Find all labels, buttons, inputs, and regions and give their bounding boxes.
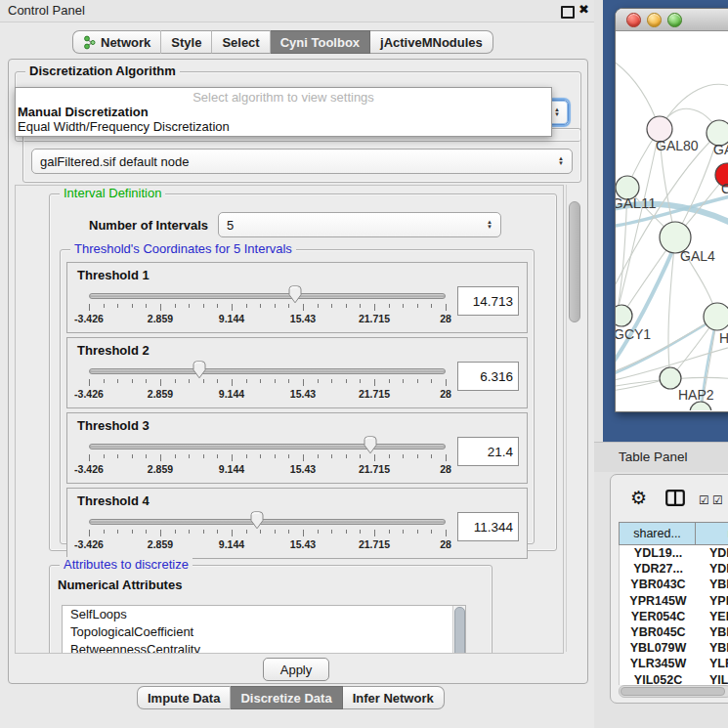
tick-label: 15.43 xyxy=(290,463,316,475)
network-node[interactable] xyxy=(704,303,728,330)
algorithm-option-equal-width-frequency-discretization[interactable]: Equal Width/Frequency Discretization xyxy=(16,119,551,134)
tab-cyni-toolbox[interactable]: Cyni Toolbox xyxy=(271,30,370,54)
tick-mark xyxy=(417,379,418,383)
table-row[interactable]: YBL079WYBL0 xyxy=(620,640,728,656)
group-title: Interval Definition xyxy=(60,186,165,200)
tick-label: 15.43 xyxy=(290,313,316,324)
top-tab-bar: NetworkStyleSelectCyni ToolboxjActiveMNo… xyxy=(72,30,493,54)
threshold-value-field[interactable]: 11.344 xyxy=(457,512,519,541)
column-header-shared-name[interactable]: shared... xyxy=(620,523,696,544)
tab-style[interactable]: Style xyxy=(161,30,212,54)
cell-shared-name: YDR27... xyxy=(620,562,697,576)
tick-mark xyxy=(217,454,218,458)
close-icon[interactable]: ✖ xyxy=(578,2,589,17)
tick-mark xyxy=(117,379,118,383)
threshold-body: -3.4262.8599.14415.4321.7152821.4 xyxy=(75,434,519,477)
threshold-value-field[interactable]: 6.316 xyxy=(457,362,519,391)
attribute-item-topologicalcoefficient[interactable]: TopologicalCoefficient xyxy=(63,623,465,641)
tab-jactivemnodules[interactable]: jActiveMNodules xyxy=(370,30,493,54)
minimize-light-icon[interactable] xyxy=(647,13,662,27)
network-node[interactable] xyxy=(690,402,711,410)
window-title: Control Panel xyxy=(8,0,85,21)
column-header-name[interactable]: na xyxy=(696,523,728,544)
threshold-slider[interactable]: -3.4262.8599.14415.4321.71528 xyxy=(89,283,446,326)
checkbox-checked-icon[interactable]: ☑ xyxy=(699,493,709,507)
tick-label: 2.859 xyxy=(148,538,173,550)
tick-mark xyxy=(89,530,90,536)
table-body[interactable]: YDL19...YDL1YDR27...YDR2YBR043CYBR0YPR14… xyxy=(619,545,728,685)
threshold-value-field[interactable]: 14.713 xyxy=(457,286,519,316)
tick-label: -3.426 xyxy=(74,463,104,475)
tick-mark xyxy=(175,304,176,308)
combo-stepper-icon: ▲▼ xyxy=(552,156,564,166)
network-view-window: GAL80GACGAL11GAL4GCY1HHAP2 xyxy=(615,8,728,412)
tab-impute-data[interactable]: Impute Data xyxy=(137,686,231,709)
tick-mark xyxy=(246,379,247,383)
table-row[interactable]: YER054CYER0 xyxy=(620,609,728,624)
tick-mark xyxy=(446,304,447,311)
slider-thumb[interactable] xyxy=(287,285,303,304)
tick-mark xyxy=(431,530,432,534)
attribute-item-selfloops[interactable]: SelfLoops xyxy=(63,606,465,623)
network-icon xyxy=(83,35,96,50)
tick-label: 15.43 xyxy=(290,388,316,400)
threshold-slider[interactable]: -3.4262.8599.14415.4321.71528 xyxy=(89,509,446,552)
threshold-label: Threshold 3 xyxy=(77,418,519,433)
tick-mark xyxy=(288,304,289,308)
zoom-light-icon[interactable] xyxy=(667,13,682,27)
tick-mark xyxy=(117,530,118,534)
table-header-row: shared... na xyxy=(619,522,728,545)
numerical-attributes-list[interactable]: SelfLoopsTopologicalCoefficientBetweenne… xyxy=(62,605,466,654)
apply-button[interactable]: Apply xyxy=(263,658,329,681)
combo-value: 5 xyxy=(227,218,234,233)
number-of-intervals-label: Number of Intervals xyxy=(89,218,208,233)
threshold-slider[interactable]: -3.4262.8599.14415.4321.71528 xyxy=(89,359,446,402)
slider-thumb[interactable] xyxy=(249,511,265,530)
scrollbar-thumb[interactable] xyxy=(454,607,465,654)
algorithm-option-manual-discretization[interactable]: Manual Discretization xyxy=(16,105,551,119)
network-node[interactable] xyxy=(616,305,632,326)
tick-mark xyxy=(446,530,447,536)
threshold-value-field[interactable]: 21.4 xyxy=(457,437,519,466)
table-horizontal-scrollbar[interactable] xyxy=(619,685,728,698)
tab-discretize-data[interactable]: Discretize Data xyxy=(231,686,342,709)
columns-icon[interactable] xyxy=(665,490,685,510)
panel-scrollbar[interactable] xyxy=(566,185,581,652)
tick-mark xyxy=(275,454,276,458)
tab-select[interactable]: Select xyxy=(212,30,270,54)
table-row[interactable]: YLR345WYLR3 xyxy=(620,656,728,671)
threshold-slider[interactable]: -3.4262.8599.14415.4321.71528 xyxy=(89,434,446,477)
attribute-item-betweennesscentrality[interactable]: BetweennessCentrality xyxy=(63,641,465,654)
slider-thumb[interactable] xyxy=(363,436,378,454)
table-row[interactable]: YPR145WYPR1 xyxy=(620,593,728,609)
tick-mark xyxy=(403,379,404,383)
attributes-scrollbar[interactable] xyxy=(452,606,465,654)
close-light-icon[interactable] xyxy=(626,13,641,27)
threshold-row-threshold-2: Threshold 2-3.4262.8599.14415.4321.71528… xyxy=(66,337,528,408)
scrollbar-thumb[interactable] xyxy=(569,201,580,322)
table-row[interactable]: YBR045CYBR0 xyxy=(620,624,728,640)
float-window-icon[interactable] xyxy=(561,6,575,19)
popup-placeholder: Select algorithm to view settings xyxy=(16,90,551,105)
combo-value: galFiltered.sif default node xyxy=(40,154,189,169)
table-row[interactable]: YDR27...YDR2 xyxy=(620,561,728,577)
scrollbar-thumb[interactable] xyxy=(621,687,725,696)
table-row[interactable]: YBR043CYBR0 xyxy=(620,577,728,592)
table-data-combo[interactable]: galFiltered.sif default node ▲▼ xyxy=(31,149,573,174)
slider-track xyxy=(89,519,446,525)
tick-mark xyxy=(260,304,261,308)
number-of-intervals-combo[interactable]: 5 ▲▼ xyxy=(218,212,501,237)
cell-shared-name: YIL052C xyxy=(620,673,697,685)
node-label: HAP2 xyxy=(678,387,714,403)
network-node[interactable] xyxy=(660,367,681,389)
tick-mark xyxy=(417,304,418,308)
table-row[interactable]: YDL19...YDL1 xyxy=(620,545,728,561)
table-row[interactable]: YIL052CYIL0 xyxy=(620,672,728,686)
gear-icon[interactable]: ⚙ xyxy=(630,487,647,509)
tab-network[interactable]: Network xyxy=(72,30,161,54)
network-window-titlebar xyxy=(616,9,728,31)
tab-infer-network[interactable]: Infer Network xyxy=(343,686,445,709)
network-canvas[interactable]: GAL80GACGAL11GAL4GCY1HHAP2 xyxy=(616,31,728,410)
checkbox-checked-icon[interactable]: ☑ xyxy=(712,493,723,507)
slider-thumb[interactable] xyxy=(192,361,207,379)
